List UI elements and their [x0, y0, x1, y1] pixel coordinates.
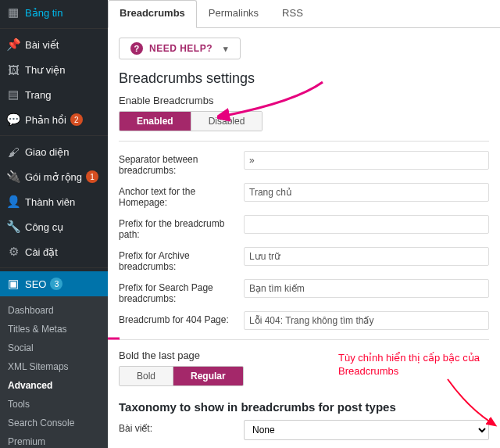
prefix-archive-input[interactable]	[244, 247, 489, 266]
sidebar-item-posts[interactable]: 📌Bài viết	[0, 32, 108, 57]
submenu-search-console[interactable]: Search Console	[0, 414, 108, 432]
tab-breadcrumbs[interactable]: Breadcrumbs	[108, 0, 197, 28]
submenu-titles[interactable]: Titles & Metas	[0, 320, 108, 339]
seo-submenu: Dashboard Titles & Metas Social XML Site…	[0, 296, 108, 448]
bold-off[interactable]: Bold	[120, 367, 173, 385]
sidebar-item-users[interactable]: 👤Thành viên	[0, 189, 108, 214]
anchor-input[interactable]	[244, 183, 489, 202]
need-help-button[interactable]: ? NEED HELP? ▾	[119, 38, 241, 59]
sidebar-item-dashboard[interactable]: ▦Bảng tin	[0, 0, 108, 25]
users-icon: 👤	[6, 195, 20, 209]
sidebar-item-pages[interactable]: ▤Trang	[0, 82, 108, 107]
submenu-advanced[interactable]: Advanced	[0, 376, 108, 395]
annotation-arrow-3	[444, 375, 500, 430]
sidebar-item-comments[interactable]: 💬Phản hồi2	[0, 107, 108, 132]
taxonomy-post-label: Bài viết:	[119, 420, 244, 434]
bold-label: Bold the last page	[119, 349, 489, 361]
submenu-sitemaps[interactable]: XML Sitemaps	[0, 357, 108, 376]
tools-icon: 🔧	[6, 220, 20, 234]
sidebar-item-tools[interactable]: 🔧Công cụ	[0, 214, 108, 239]
tab-permalinks[interactable]: Permalinks	[197, 0, 270, 28]
submenu-premium[interactable]: Premium	[0, 432, 108, 448]
plugin-icon: 🔌	[6, 170, 20, 184]
sidebar-item-settings[interactable]: ⚙Cài đặt	[0, 239, 108, 264]
sidebar-item-plugins[interactable]: 🔌Gói mở rộng1	[0, 164, 108, 189]
main-content: Breadcrumbs Permalinks RSS ? NEED HELP? …	[108, 0, 500, 448]
submenu-tools[interactable]: Tools	[0, 395, 108, 414]
plugins-badge: 1	[86, 170, 98, 183]
pin-icon: 📌	[6, 38, 20, 52]
prefix-search-label: Prefix for Search Page breadcrumbs:	[119, 279, 244, 304]
prefix-archive-label: Prefix for Archive breadcrumbs:	[119, 247, 244, 272]
prefix-path-label: Prefix for the breadcrumb path:	[119, 215, 244, 240]
prefix-search-input[interactable]	[244, 279, 489, 298]
page-icon: ▤	[6, 88, 20, 102]
seo-badge: 3	[50, 278, 62, 290]
seo-icon: ▣	[6, 277, 20, 291]
help-icon: ?	[130, 42, 143, 55]
settings-icon: ⚙	[6, 245, 20, 259]
taxonomy-heading: Taxonomy to show in breadcrumbs for post…	[119, 400, 489, 414]
bc-404-label: Breadcrumb for 404 Page:	[119, 311, 244, 325]
comment-icon: 💬	[6, 113, 20, 127]
comments-badge: 2	[70, 113, 83, 126]
enable-on[interactable]: Enabled	[120, 112, 191, 131]
annotation-arrow-2	[108, 327, 123, 350]
anchor-label: Anchor text for the Homepage:	[119, 183, 244, 208]
chevron-down-icon: ▾	[223, 44, 229, 54]
separator-label: Separator between breadcrumbs:	[119, 151, 244, 176]
bold-on[interactable]: Regular	[173, 367, 243, 385]
sidebar-item-media[interactable]: 🖼Thư viện	[0, 57, 108, 82]
dashboard-icon: ▦	[6, 5, 20, 20]
help-label: NEED HELP?	[149, 43, 212, 54]
submenu-dashboard[interactable]: Dashboard	[0, 301, 108, 320]
bold-toggle: Bold Regular	[119, 366, 244, 386]
annotation-arrow-1	[217, 78, 327, 125]
tab-bar: Breadcrumbs Permalinks RSS	[108, 0, 500, 28]
bc-404-input[interactable]	[244, 311, 489, 330]
media-icon: 🖼	[6, 63, 20, 77]
prefix-path-input[interactable]	[244, 215, 489, 234]
brush-icon: 🖌	[6, 145, 20, 159]
sidebar-item-seo[interactable]: ▣SEO3	[0, 271, 108, 296]
sidebar-item-appearance[interactable]: 🖌Giao diện	[0, 139, 108, 164]
admin-sidebar: ▦Bảng tin 📌Bài viết 🖼Thư viện ▤Trang 💬Ph…	[0, 0, 108, 448]
submenu-social[interactable]: Social	[0, 339, 108, 357]
tab-rss[interactable]: RSS	[270, 0, 315, 28]
separator-input[interactable]	[244, 151, 489, 170]
